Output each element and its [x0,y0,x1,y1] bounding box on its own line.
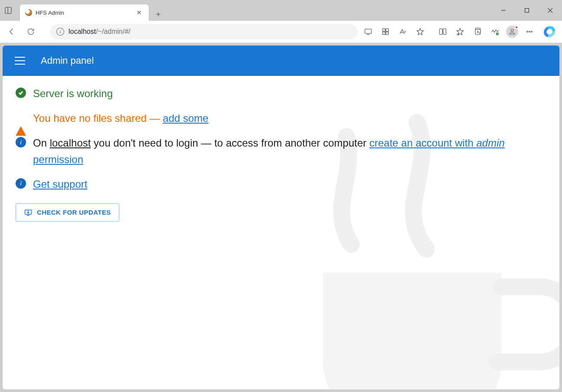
window-maximize-button[interactable] [515,0,539,21]
browser-window: HFS Admin ✕ ＋ i localhost/~/admin/#/ [0,0,562,392]
tab-actions-button[interactable] [0,2,16,19]
localhost-mid: you don't need to login — to access from… [91,137,369,149]
titlebar: HFS Admin ✕ ＋ [0,0,562,21]
favorite-star-icon[interactable] [412,23,428,40]
svg-rect-10 [382,32,385,35]
url-text: localhost/~/admin/#/ [69,28,131,36]
content-area: Admin panel Server is working [0,43,562,392]
tab-strip: HFS Admin ✕ ＋ [16,0,492,21]
get-support-link[interactable]: Get support [33,176,87,192]
svg-rect-0 [5,7,11,13]
localhost-info-row: i On localhost you don't need to login —… [16,135,546,167]
favorites-list-icon[interactable] [452,23,468,40]
more-menu-icon[interactable] [521,23,538,40]
window-close-button[interactable] [539,0,562,21]
site-info-icon[interactable]: i [56,28,64,36]
profile-avatar[interactable] [504,23,520,40]
split-screen-icon[interactable] [435,23,451,40]
url-host: localhost [69,28,96,35]
localhost-prefix: On [33,137,50,149]
performance-icon[interactable] [487,23,503,40]
check-circle-icon [16,88,27,99]
localhost-info-text: On localhost you don't need to login — t… [33,135,546,167]
add-some-link[interactable]: add some [163,112,208,124]
svg-rect-14 [443,29,446,34]
svg-point-21 [511,29,513,32]
app-bar: Admin panel [3,46,559,76]
localhost-word: localhost [50,137,91,149]
svg-point-22 [527,31,528,33]
menu-icon[interactable] [10,50,30,71]
update-download-icon [24,208,33,217]
info-icon: i [16,178,27,189]
svg-rect-8 [382,29,385,31]
info-icon: i [16,137,27,148]
create-account-link-em: admin [477,137,505,149]
create-account-link-part-b: permission [33,154,83,165]
server-status-text: Server is working [33,85,113,101]
svg-rect-11 [386,32,389,35]
address-bar[interactable]: i localhost/~/admin/#/ [50,24,357,39]
svg-rect-9 [386,29,389,31]
toolbar-right-icons [360,23,559,40]
warning-icon [16,112,27,124]
no-files-row: You have no files shared — add some [16,110,546,126]
check-for-updates-label: CHECK FOR UPDATES [37,209,111,216]
check-for-updates-button[interactable]: CHECK FOR UPDATES [16,203,119,222]
new-tab-button[interactable]: ＋ [151,7,165,21]
browser-tab[interactable]: HFS Admin ✕ [20,4,149,21]
url-path: /~/admin/#/ [96,28,131,35]
browser-toolbar: i localhost/~/admin/#/ [0,21,562,42]
no-files-text: You have no files shared — add some [33,110,209,126]
server-status-row: Server is working [16,85,546,101]
desktop-app-icon[interactable] [360,23,376,40]
read-aloud-icon[interactable] [395,23,411,40]
tab-close-button[interactable]: ✕ [135,9,144,16]
page-viewport: Admin panel Server is working [3,46,559,389]
collections-icon[interactable] [469,23,486,40]
no-files-prefix: You have no files shared — [33,112,163,124]
window-minimize-button[interactable] [492,0,515,21]
window-controls [492,0,562,21]
back-button[interactable] [3,23,20,40]
svg-point-23 [529,31,530,33]
grid-icon[interactable] [377,23,394,40]
svg-rect-3 [525,9,529,13]
svg-rect-13 [440,29,443,34]
svg-rect-6 [365,29,372,33]
refresh-button[interactable] [23,23,39,40]
svg-point-24 [531,31,533,33]
page-body: Server is working You have no files shar… [3,76,559,389]
create-account-link-part-a: create an account with [369,137,477,149]
tab-favicon [25,9,32,16]
copilot-icon[interactable] [542,24,557,39]
app-title: Admin panel [41,55,94,66]
tab-title: HFS Admin [36,10,131,16]
support-row: i Get support [16,176,546,192]
